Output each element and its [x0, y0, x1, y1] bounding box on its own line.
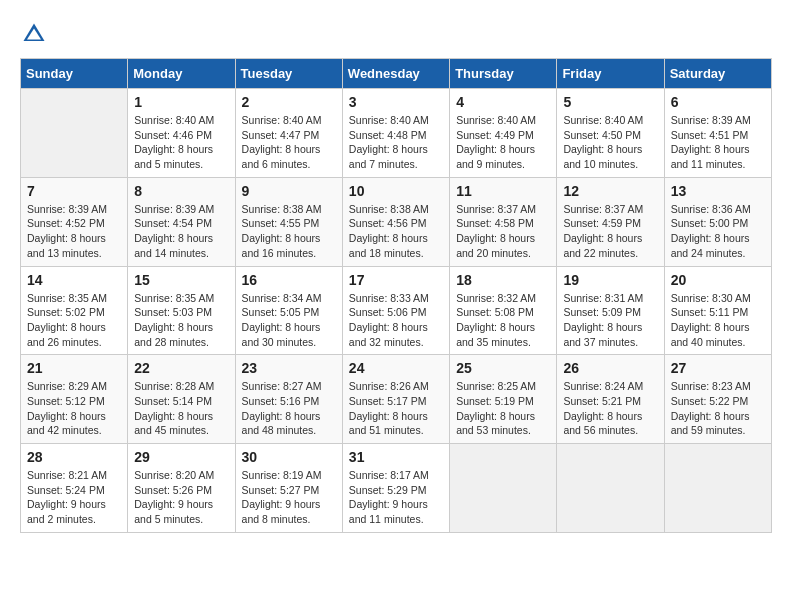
day-cell [450, 444, 557, 533]
day-info: Sunrise: 8:37 AMSunset: 4:59 PMDaylight:… [563, 202, 657, 261]
day-number: 5 [563, 94, 657, 110]
day-cell: 16Sunrise: 8:34 AMSunset: 5:05 PMDayligh… [235, 266, 342, 355]
day-number: 7 [27, 183, 121, 199]
header-cell-tuesday: Tuesday [235, 59, 342, 89]
day-info: Sunrise: 8:40 AMSunset: 4:50 PMDaylight:… [563, 113, 657, 172]
day-cell: 4Sunrise: 8:40 AMSunset: 4:49 PMDaylight… [450, 89, 557, 178]
day-cell: 11Sunrise: 8:37 AMSunset: 4:58 PMDayligh… [450, 177, 557, 266]
day-cell: 9Sunrise: 8:38 AMSunset: 4:55 PMDaylight… [235, 177, 342, 266]
header-cell-friday: Friday [557, 59, 664, 89]
day-number: 2 [242, 94, 336, 110]
day-number: 6 [671, 94, 765, 110]
day-number: 25 [456, 360, 550, 376]
day-number: 24 [349, 360, 443, 376]
header-cell-saturday: Saturday [664, 59, 771, 89]
day-cell: 27Sunrise: 8:23 AMSunset: 5:22 PMDayligh… [664, 355, 771, 444]
day-info: Sunrise: 8:23 AMSunset: 5:22 PMDaylight:… [671, 379, 765, 438]
day-info: Sunrise: 8:39 AMSunset: 4:51 PMDaylight:… [671, 113, 765, 172]
day-info: Sunrise: 8:20 AMSunset: 5:26 PMDaylight:… [134, 468, 228, 527]
day-info: Sunrise: 8:28 AMSunset: 5:14 PMDaylight:… [134, 379, 228, 438]
day-cell: 20Sunrise: 8:30 AMSunset: 5:11 PMDayligh… [664, 266, 771, 355]
day-info: Sunrise: 8:35 AMSunset: 5:02 PMDaylight:… [27, 291, 121, 350]
day-info: Sunrise: 8:33 AMSunset: 5:06 PMDaylight:… [349, 291, 443, 350]
logo [20, 20, 50, 48]
day-cell: 3Sunrise: 8:40 AMSunset: 4:48 PMDaylight… [342, 89, 449, 178]
day-info: Sunrise: 8:39 AMSunset: 4:52 PMDaylight:… [27, 202, 121, 261]
day-number: 23 [242, 360, 336, 376]
day-cell [21, 89, 128, 178]
day-info: Sunrise: 8:36 AMSunset: 5:00 PMDaylight:… [671, 202, 765, 261]
day-number: 3 [349, 94, 443, 110]
day-info: Sunrise: 8:32 AMSunset: 5:08 PMDaylight:… [456, 291, 550, 350]
day-cell: 28Sunrise: 8:21 AMSunset: 5:24 PMDayligh… [21, 444, 128, 533]
day-info: Sunrise: 8:31 AMSunset: 5:09 PMDaylight:… [563, 291, 657, 350]
day-cell: 15Sunrise: 8:35 AMSunset: 5:03 PMDayligh… [128, 266, 235, 355]
day-cell: 19Sunrise: 8:31 AMSunset: 5:09 PMDayligh… [557, 266, 664, 355]
day-info: Sunrise: 8:38 AMSunset: 4:56 PMDaylight:… [349, 202, 443, 261]
day-number: 26 [563, 360, 657, 376]
day-number: 1 [134, 94, 228, 110]
day-number: 11 [456, 183, 550, 199]
day-info: Sunrise: 8:24 AMSunset: 5:21 PMDaylight:… [563, 379, 657, 438]
day-number: 17 [349, 272, 443, 288]
day-number: 19 [563, 272, 657, 288]
day-number: 29 [134, 449, 228, 465]
day-cell: 5Sunrise: 8:40 AMSunset: 4:50 PMDaylight… [557, 89, 664, 178]
day-cell: 8Sunrise: 8:39 AMSunset: 4:54 PMDaylight… [128, 177, 235, 266]
header-cell-monday: Monday [128, 59, 235, 89]
day-info: Sunrise: 8:19 AMSunset: 5:27 PMDaylight:… [242, 468, 336, 527]
day-number: 14 [27, 272, 121, 288]
day-cell: 17Sunrise: 8:33 AMSunset: 5:06 PMDayligh… [342, 266, 449, 355]
logo-icon [20, 20, 48, 48]
day-info: Sunrise: 8:26 AMSunset: 5:17 PMDaylight:… [349, 379, 443, 438]
day-number: 30 [242, 449, 336, 465]
week-row-3: 14Sunrise: 8:35 AMSunset: 5:02 PMDayligh… [21, 266, 772, 355]
week-row-4: 21Sunrise: 8:29 AMSunset: 5:12 PMDayligh… [21, 355, 772, 444]
day-number: 22 [134, 360, 228, 376]
day-number: 16 [242, 272, 336, 288]
page-header [20, 20, 772, 48]
day-cell: 7Sunrise: 8:39 AMSunset: 4:52 PMDaylight… [21, 177, 128, 266]
day-info: Sunrise: 8:39 AMSunset: 4:54 PMDaylight:… [134, 202, 228, 261]
day-cell: 23Sunrise: 8:27 AMSunset: 5:16 PMDayligh… [235, 355, 342, 444]
day-info: Sunrise: 8:40 AMSunset: 4:49 PMDaylight:… [456, 113, 550, 172]
day-number: 28 [27, 449, 121, 465]
day-number: 9 [242, 183, 336, 199]
day-cell: 29Sunrise: 8:20 AMSunset: 5:26 PMDayligh… [128, 444, 235, 533]
day-cell: 10Sunrise: 8:38 AMSunset: 4:56 PMDayligh… [342, 177, 449, 266]
day-info: Sunrise: 8:29 AMSunset: 5:12 PMDaylight:… [27, 379, 121, 438]
day-info: Sunrise: 8:40 AMSunset: 4:46 PMDaylight:… [134, 113, 228, 172]
day-number: 20 [671, 272, 765, 288]
day-cell: 26Sunrise: 8:24 AMSunset: 5:21 PMDayligh… [557, 355, 664, 444]
day-number: 4 [456, 94, 550, 110]
calendar-table: SundayMondayTuesdayWednesdayThursdayFrid… [20, 58, 772, 533]
header-row: SundayMondayTuesdayWednesdayThursdayFrid… [21, 59, 772, 89]
day-number: 8 [134, 183, 228, 199]
day-cell: 2Sunrise: 8:40 AMSunset: 4:47 PMDaylight… [235, 89, 342, 178]
day-cell: 30Sunrise: 8:19 AMSunset: 5:27 PMDayligh… [235, 444, 342, 533]
day-info: Sunrise: 8:40 AMSunset: 4:47 PMDaylight:… [242, 113, 336, 172]
header-cell-thursday: Thursday [450, 59, 557, 89]
day-cell: 6Sunrise: 8:39 AMSunset: 4:51 PMDaylight… [664, 89, 771, 178]
day-info: Sunrise: 8:21 AMSunset: 5:24 PMDaylight:… [27, 468, 121, 527]
header-cell-sunday: Sunday [21, 59, 128, 89]
day-cell: 12Sunrise: 8:37 AMSunset: 4:59 PMDayligh… [557, 177, 664, 266]
day-cell: 21Sunrise: 8:29 AMSunset: 5:12 PMDayligh… [21, 355, 128, 444]
week-row-2: 7Sunrise: 8:39 AMSunset: 4:52 PMDaylight… [21, 177, 772, 266]
day-cell: 25Sunrise: 8:25 AMSunset: 5:19 PMDayligh… [450, 355, 557, 444]
day-number: 13 [671, 183, 765, 199]
day-number: 12 [563, 183, 657, 199]
day-cell: 13Sunrise: 8:36 AMSunset: 5:00 PMDayligh… [664, 177, 771, 266]
day-info: Sunrise: 8:40 AMSunset: 4:48 PMDaylight:… [349, 113, 443, 172]
day-number: 18 [456, 272, 550, 288]
week-row-5: 28Sunrise: 8:21 AMSunset: 5:24 PMDayligh… [21, 444, 772, 533]
day-cell: 22Sunrise: 8:28 AMSunset: 5:14 PMDayligh… [128, 355, 235, 444]
day-cell: 18Sunrise: 8:32 AMSunset: 5:08 PMDayligh… [450, 266, 557, 355]
day-number: 21 [27, 360, 121, 376]
day-cell: 1Sunrise: 8:40 AMSunset: 4:46 PMDaylight… [128, 89, 235, 178]
day-cell: 14Sunrise: 8:35 AMSunset: 5:02 PMDayligh… [21, 266, 128, 355]
day-info: Sunrise: 8:27 AMSunset: 5:16 PMDaylight:… [242, 379, 336, 438]
day-info: Sunrise: 8:35 AMSunset: 5:03 PMDaylight:… [134, 291, 228, 350]
day-info: Sunrise: 8:34 AMSunset: 5:05 PMDaylight:… [242, 291, 336, 350]
day-info: Sunrise: 8:17 AMSunset: 5:29 PMDaylight:… [349, 468, 443, 527]
